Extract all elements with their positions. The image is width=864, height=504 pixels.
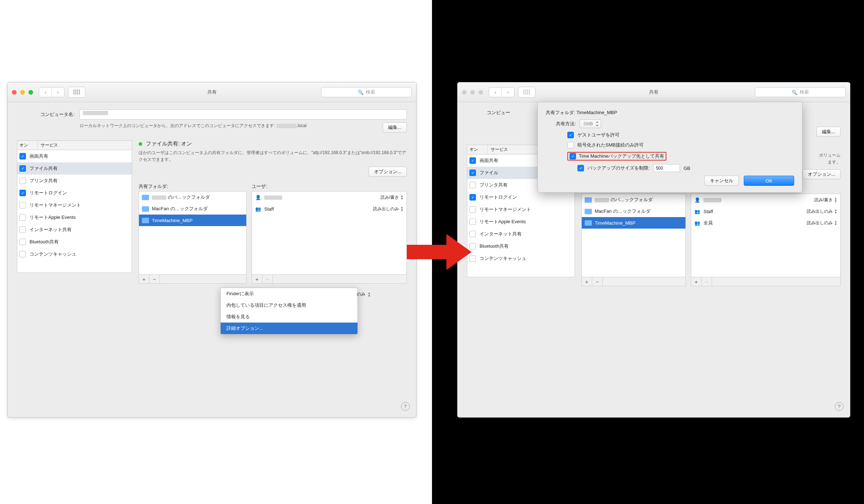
options-button[interactable]: オプション... [369, 167, 407, 177]
svg-rect-1 [75, 90, 76, 91]
service-row-4[interactable]: リモートマネージメント [17, 199, 132, 211]
service-checkbox[interactable] [19, 202, 26, 208]
service-checkbox[interactable] [19, 214, 26, 221]
edit-button[interactable]: 編集... [383, 122, 407, 132]
svg-rect-6 [77, 91, 78, 93]
ok-button[interactable]: OK [744, 176, 794, 186]
service-checkbox[interactable] [19, 239, 26, 245]
svg-rect-12 [523, 90, 525, 91]
service-label: インターネット共有 [480, 231, 522, 237]
help-button[interactable]: ? [401, 402, 410, 411]
permission-popup[interactable]: 読み出しのみ▲▼ [373, 206, 404, 212]
service-row-0[interactable]: 画面共有 [17, 150, 132, 162]
add-user-button: + [691, 277, 702, 286]
service-label: ファイル共有 [30, 165, 58, 172]
service-row-7[interactable]: Bluetooth共有 [17, 236, 132, 248]
encrypted-checkbox[interactable] [567, 142, 574, 148]
permission-popup: 読み/書き▲▼ [814, 197, 837, 203]
user-label: Staff [703, 209, 713, 214]
zoom-icon [478, 90, 483, 95]
svg-rect-22 [527, 93, 528, 94]
service-checkbox [469, 243, 476, 249]
search-field[interactable]: 🔍 検索 [321, 87, 412, 97]
shared-folders-list[interactable]: のパ…ックフォルダMacFan の…ックフォルダTimeMachine_MBP [139, 192, 246, 274]
service-row-2[interactable]: プリンタ共有 [17, 175, 132, 187]
service-label: 画面共有 [30, 153, 48, 159]
svg-rect-0 [73, 90, 75, 91]
service-checkbox[interactable] [19, 177, 26, 184]
menu-item[interactable]: 詳細オプション... [221, 323, 357, 334]
svg-rect-13 [525, 90, 526, 91]
computer-name-field[interactable] [80, 109, 407, 120]
user-row: 👥全員読み出しのみ▲▼ [691, 217, 840, 229]
user-row: 👤読み/書き▲▼ [691, 194, 840, 206]
service-row-6[interactable]: インターネット共有 [17, 224, 132, 236]
col-on: オン [17, 141, 38, 150]
add-user-button[interactable]: + [252, 275, 262, 283]
service-checkbox[interactable] [19, 165, 26, 172]
menu-item[interactable]: 内包している項目にアクセス権を適用 [221, 300, 357, 311]
grid-icon [73, 90, 80, 95]
permission-popup[interactable]: 読み/書き▲▼ [381, 194, 404, 201]
service-row-3[interactable]: リモートログイン [17, 187, 132, 199]
time-machine-checkbox[interactable] [570, 153, 576, 159]
share-method-popup[interactable]: SMB [580, 120, 601, 128]
services-header: オン サービス [17, 140, 132, 150]
guest-label: ゲストユーザを許可 [577, 132, 620, 138]
forward-button[interactable]: › [51, 87, 64, 97]
grid-icon [523, 90, 530, 95]
folder-label: のパ…ックフォルダ [152, 194, 210, 201]
minimize-icon[interactable] [20, 90, 25, 95]
service-row-1[interactable]: ファイル共有 [17, 162, 132, 175]
add-folder-button[interactable]: + [139, 275, 149, 283]
service-checkbox[interactable] [19, 153, 26, 159]
close-icon [462, 90, 467, 95]
folder-icon [585, 209, 592, 214]
service-checkbox[interactable] [19, 190, 26, 196]
user-row[interactable]: 👥Staff読み出しのみ▲▼ [252, 203, 406, 215]
context-menu[interactable]: Finderに表示内包している項目にアクセス権を適用情報を見る詳細オプション..… [220, 288, 358, 334]
users-heading: ユーザ: [252, 183, 407, 190]
svg-rect-3 [79, 90, 80, 91]
service-checkbox[interactable] [19, 226, 26, 233]
menu-item[interactable]: Finderに表示 [221, 288, 357, 300]
limit-checkbox[interactable] [577, 165, 584, 171]
nav-seg[interactable]: ‹ › [39, 87, 64, 97]
show-all-button[interactable] [68, 87, 85, 98]
service-checkbox [469, 157, 476, 164]
service-row-5[interactable]: リモートApple Events [17, 211, 132, 224]
service-label: コンテンツキャッシュ [30, 251, 76, 257]
folder-row[interactable]: MacFan の…ックフォルダ [139, 203, 246, 215]
limit-value-field[interactable]: 500 [653, 164, 680, 172]
svg-rect-16 [523, 91, 525, 93]
share-method-label: 共有方法: [556, 121, 576, 127]
folder-label: TimeMachine_MBP [152, 218, 193, 223]
folder-row[interactable]: のパ…ックフォルダ [139, 192, 246, 203]
svg-rect-17 [525, 91, 526, 93]
back-button[interactable]: ‹ [39, 87, 51, 97]
users-list[interactable]: 👤読み/書き▲▼👥Staff読み出しのみ▲▼ [252, 192, 406, 274]
traffic-lights[interactable] [12, 90, 33, 95]
cancel-button[interactable]: キャンセル [705, 176, 739, 186]
folder-row[interactable]: TimeMachine_MBP [139, 215, 246, 226]
menu-item[interactable]: 情報を見る [221, 311, 357, 323]
window-sharing-left: ‹ › 共有 🔍 検索 コンピュータ名: ローカルネットワーク上のコンピュータか… [7, 82, 417, 418]
shared-folders-list: のパ…ックフォルダMacFan の…ックフォルダTimeMachine_MBP [582, 194, 685, 277]
folder-row: のパ…ックフォルダ [582, 194, 685, 206]
guest-checkbox[interactable] [567, 132, 574, 138]
group-icon: 👥 [694, 220, 701, 226]
window-title: 共有 [207, 89, 217, 95]
services-list[interactable]: 画面共有ファイル共有プリンタ共有リモートログインリモートマネージメントリモートA… [17, 150, 132, 273]
remove-folder-button[interactable]: − [149, 275, 160, 283]
service-label: リモートApple Events [30, 214, 76, 221]
zoom-icon[interactable] [28, 90, 33, 95]
svg-rect-10 [77, 93, 78, 94]
svg-rect-7 [79, 91, 80, 93]
service-checkbox[interactable] [19, 251, 26, 257]
svg-rect-11 [79, 93, 80, 94]
service-checkbox [469, 231, 476, 237]
user-row[interactable]: 👤読み/書き▲▼ [252, 192, 406, 203]
service-row-8[interactable]: コンテンツキャッシュ [17, 248, 132, 260]
close-icon[interactable] [12, 90, 17, 95]
folder-label: MacFan の…ックフォルダ [595, 208, 651, 215]
